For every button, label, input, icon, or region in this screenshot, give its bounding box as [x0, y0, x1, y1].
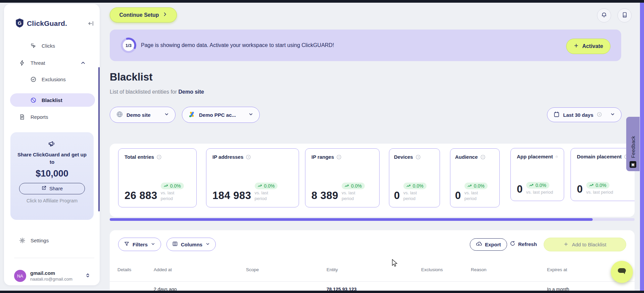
- banner-message: Page is showing demo data. Activate your…: [141, 42, 334, 48]
- sidebar-scrollbar[interactable]: [98, 67, 100, 211]
- refresh-icon: [510, 241, 515, 247]
- vertical-scrollbar[interactable]: [640, 3, 644, 291]
- chevron-down-icon: [610, 112, 615, 118]
- svg-text:?: ?: [338, 155, 340, 158]
- selector-chevrons-icon[interactable]: [85, 273, 90, 280]
- export-button[interactable]: Export: [470, 238, 507, 251]
- trend-up-icon: [258, 184, 262, 188]
- chat-bubble-icon: [617, 266, 627, 277]
- svg-text:?: ?: [482, 155, 484, 158]
- plus-icon: [574, 43, 579, 50]
- change-badge: 0.0%: [342, 183, 365, 189]
- cloud-download-icon: [476, 241, 482, 248]
- continue-setup-button[interactable]: Continue Setup: [110, 7, 177, 22]
- change-badge: 0.0%: [403, 183, 427, 189]
- divider: [110, 281, 635, 282]
- stat-card-app-placement: App placement? 0 0.0% vs. last period: [510, 148, 564, 201]
- col-header-expires[interactable]: Expires at: [547, 267, 567, 272]
- help-icon: ?: [555, 154, 558, 159]
- stat-value: 184 983: [212, 190, 251, 202]
- feedback-tab[interactable]: Feedback ▣: [626, 117, 640, 171]
- col-header-reason[interactable]: Reason: [471, 267, 487, 272]
- horizontal-scrollbar[interactable]: [110, 218, 635, 221]
- change-badge: 0.0%: [255, 183, 278, 189]
- col-header-added-at[interactable]: Added at: [154, 267, 172, 272]
- sidebar-item-threat[interactable]: Threat: [10, 56, 95, 69]
- page-subtitle: List of blacklisted entities for Demo si…: [110, 89, 204, 95]
- feedback-label: Feedback: [630, 136, 636, 158]
- columns-icon: [172, 241, 178, 248]
- ppc-account-selector[interactable]: Demo PPC ac...: [182, 107, 260, 123]
- help-icon: ?: [246, 154, 251, 160]
- avatar: NA: [14, 270, 26, 282]
- col-header-exclusions[interactable]: Exclusions: [421, 267, 443, 272]
- stat-card-audience: Audience? 0 0.0% vs. last period: [450, 148, 500, 207]
- svg-text:?: ?: [158, 155, 160, 158]
- change-badge: 0.0%: [161, 183, 184, 189]
- notifications-button[interactable]: [597, 8, 611, 22]
- horizontal-scrollbar-thumb[interactable]: [110, 218, 593, 221]
- clickguard-app: G ClickGuard. Clicks Threat Exclusions: [0, 0, 644, 293]
- stat-value: 8 389: [311, 190, 338, 202]
- svg-text:?: ?: [556, 156, 557, 157]
- logo-text: ClickGuard.: [27, 19, 67, 28]
- site-selector[interactable]: Demo site: [110, 107, 176, 123]
- affiliate-note: Click to Affiliate Program: [10, 198, 94, 203]
- sidebar-collapse-icon[interactable]: [88, 20, 94, 27]
- sidebar-item-clicks[interactable]: Clicks: [10, 39, 95, 52]
- sidebar-item-blacklist[interactable]: Blacklist: [10, 93, 95, 107]
- stat-value: 0: [455, 190, 461, 202]
- stat-value: 0: [517, 183, 523, 195]
- blacklist-table-panel: Filters Columns Export Refresh: [110, 230, 635, 293]
- trend-up-icon: [589, 183, 594, 187]
- change-badge: 0.0%: [586, 182, 609, 189]
- globe-icon: [116, 111, 123, 119]
- svg-text:?: ?: [248, 155, 249, 158]
- svg-text:G: G: [18, 20, 21, 26]
- col-header-scope[interactable]: Scope: [246, 267, 259, 272]
- share-button[interactable]: Share: [19, 183, 85, 194]
- funnel-icon: [124, 241, 130, 248]
- user-account[interactable]: NA gmail.com naatali.ro@gmail.com: [14, 268, 95, 283]
- columns-button[interactable]: Columns: [166, 238, 216, 251]
- trend-up-icon: [345, 184, 349, 188]
- help-icon: ?: [156, 154, 162, 160]
- col-header-details[interactable]: Details: [117, 267, 131, 272]
- stats-panel: Total entries? 26 883 0.0% vs. last peri…: [110, 144, 635, 217]
- filters-button[interactable]: Filters: [118, 238, 161, 251]
- help-icon: ?: [336, 154, 342, 160]
- help-icon: ?: [415, 154, 421, 160]
- docs-button[interactable]: [617, 8, 632, 22]
- sidebar-item-exclusions[interactable]: Exclusions: [10, 72, 95, 86]
- ban-icon: [30, 97, 37, 103]
- stat-card-total-entries: Total entries? 26 883 0.0% vs. last peri…: [118, 148, 197, 207]
- change-badge: 0.0%: [526, 182, 549, 189]
- activate-button[interactable]: Activate: [566, 39, 610, 54]
- help-icon: ?: [597, 112, 602, 118]
- stat-card-devices: Devices? 0 0.0% vs. last period: [389, 148, 440, 207]
- sidebar-item-settings[interactable]: Settings: [10, 234, 95, 247]
- stat-value: 0: [577, 183, 583, 195]
- chevron-down-icon: [205, 242, 210, 247]
- col-header-entity[interactable]: Entity: [327, 267, 338, 272]
- stat-value: 26 883: [125, 190, 157, 202]
- window-bottom-edge: [0, 291, 644, 293]
- promo-text: Share ClickGuard and get up to: [16, 151, 88, 166]
- sidebar: G ClickGuard. Clicks Threat Exclusions: [4, 4, 100, 285]
- stat-card-ip-addresses: IP addresses? 184 983 0.0% vs. last peri…: [206, 148, 299, 207]
- change-badge: 0.0%: [464, 183, 488, 189]
- refresh-button[interactable]: Refresh: [510, 241, 537, 247]
- calendar-icon: [553, 111, 560, 118]
- setup-progress-value: 1/3: [123, 40, 134, 51]
- add-to-blacklist-button[interactable]: Add to Blacklist: [544, 238, 626, 251]
- chat-widget-button[interactable]: [611, 261, 633, 283]
- date-range-selector[interactable]: Last 30 days ?: [547, 107, 622, 122]
- trend-up-icon: [406, 184, 411, 188]
- user-name: gmail.com: [30, 270, 72, 276]
- plus-icon: [563, 242, 568, 248]
- chevron-down-icon: [248, 112, 253, 118]
- book-icon: [622, 12, 628, 19]
- window-top-edge: [0, 0, 644, 3]
- affiliate-promo-card[interactable]: Share ClickGuard and get up to $10,000 S…: [10, 132, 94, 220]
- sidebar-item-reports[interactable]: Reports: [10, 110, 95, 124]
